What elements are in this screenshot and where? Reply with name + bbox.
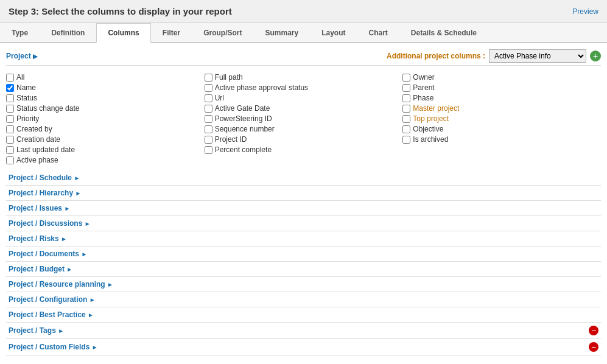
section-row-resource_planning[interactable]: Project / Resource planning ► [6, 277, 601, 292]
section-row-tags[interactable]: Project / Tags ►− [6, 323, 601, 339]
section-title-resource_planning: Project / Resource planning ► [9, 280, 113, 289]
section-row-hierarchy[interactable]: Project / Hierarchy ► [6, 186, 601, 201]
section-row-documents[interactable]: Project / Documents ► [6, 247, 601, 262]
section-row-issues[interactable]: Project / Issues ► [6, 201, 601, 216]
tab-chart[interactable]: Chart [357, 23, 399, 43]
main-section-header: Project ▶ Additional project columns : A… [6, 47, 601, 66]
tabs-bar: TypeDefinitionColumnsFilterGroup/SortSum… [0, 23, 607, 43]
checkbox-parent[interactable] [402, 84, 410, 92]
checkbox-phase[interactable] [402, 94, 410, 102]
label-master_project[interactable]: Master project [413, 104, 459, 113]
column-group-3: OwnerParentPhaseMaster projectTop projec… [402, 73, 601, 164]
label-status[interactable]: Status [16, 94, 37, 102]
checkbox-row-sequence_number: Sequence number [205, 125, 403, 133]
checkbox-row-all: All [6, 73, 205, 82]
label-all[interactable]: All [16, 73, 24, 82]
add-column-button[interactable]: + [590, 51, 601, 61]
checkbox-row-active_phase_approval_status: Active phase approval status [205, 83, 403, 92]
label-full_path[interactable]: Full path [215, 73, 243, 82]
checkbox-active_phase[interactable] [6, 156, 14, 164]
label-sequence_number[interactable]: Sequence number [215, 125, 275, 133]
checkbox-project_id[interactable] [205, 136, 212, 144]
checkbox-powersteering_id[interactable] [205, 115, 212, 123]
section-row-custom_fields[interactable]: Project / Custom Fields ►− [6, 339, 601, 355]
checkbox-objective[interactable] [402, 125, 410, 133]
checkbox-row-parent: Parent [402, 83, 601, 92]
checkbox-active_gate_date[interactable] [205, 105, 212, 113]
checkbox-owner[interactable] [402, 74, 410, 82]
checkbox-created_by[interactable] [6, 125, 14, 133]
checkbox-row-created_by: Created by [6, 125, 205, 133]
checkbox-creation_date[interactable] [6, 136, 14, 144]
header-bar: Step 3: Select the columns to display in… [0, 0, 607, 23]
label-status_change_date[interactable]: Status change date [16, 104, 79, 113]
section-title-best_practice: Project / Best Practice ► [9, 310, 94, 319]
label-project_id[interactable]: Project ID [215, 135, 247, 144]
label-objective[interactable]: Objective [413, 125, 443, 133]
remove-btn-custom_fields[interactable]: − [589, 342, 598, 352]
tab-group_sort[interactable]: Group/Sort [192, 23, 253, 43]
label-name[interactable]: Name [16, 83, 36, 92]
tab-definition[interactable]: Definition [40, 23, 96, 43]
section-title-issues: Project / Issues ► [9, 204, 70, 212]
section-row-discussions[interactable]: Project / Discussions ► [6, 216, 601, 231]
tab-summary[interactable]: Summary [253, 23, 310, 43]
label-percent_complete[interactable]: Percent complete [215, 145, 272, 154]
checkbox-master_project[interactable] [402, 105, 410, 113]
checkbox-last_updated_date[interactable] [6, 146, 14, 154]
checkbox-active_phase_approval_status[interactable] [205, 84, 212, 92]
section-row-risks[interactable]: Project / Risks ► [6, 231, 601, 247]
tab-type[interactable]: Type [0, 23, 40, 43]
checkbox-row-creation_date: Creation date [6, 135, 205, 144]
checkbox-priority[interactable] [6, 115, 14, 123]
label-is_archived[interactable]: Is archived [413, 135, 448, 144]
section-row-best_practice[interactable]: Project / Best Practice ► [6, 307, 601, 323]
additional-columns-control: Additional project columns : Active Phas… [387, 49, 601, 63]
remove-btn-tags[interactable]: − [589, 326, 598, 335]
checkbox-row-objective: Objective [402, 125, 601, 133]
preview-link[interactable]: Preview [572, 7, 598, 16]
checkbox-status_change_date[interactable] [6, 105, 14, 113]
checkbox-status[interactable] [6, 94, 14, 102]
checkbox-percent_complete[interactable] [205, 146, 212, 154]
checkbox-row-owner: Owner [402, 73, 601, 82]
checkbox-row-last_updated_date: Last updated date [6, 145, 205, 154]
checkbox-is_archived[interactable] [402, 136, 410, 144]
label-priority[interactable]: Priority [16, 114, 39, 123]
section-title-custom_fields: Project / Custom Fields ► [9, 343, 98, 351]
tab-layout[interactable]: Layout [310, 23, 357, 43]
checkbox-top_project[interactable] [402, 115, 410, 123]
label-parent[interactable]: Parent [413, 83, 434, 92]
section-row-configuration[interactable]: Project / Configuration ► [6, 292, 601, 307]
label-last_updated_date[interactable]: Last updated date [16, 145, 75, 154]
label-url[interactable]: Url [215, 94, 224, 102]
label-active_gate_date[interactable]: Active Gate Date [215, 104, 270, 113]
label-creation_date[interactable]: Creation date [16, 135, 60, 144]
section-title-budget: Project / Budget ► [9, 265, 72, 273]
checkbox-url[interactable] [205, 94, 212, 102]
checkbox-sequence_number[interactable] [205, 125, 212, 133]
section-arrow-icon: ▶ [33, 53, 38, 60]
section-title-risks: Project / Risks ► [9, 234, 67, 243]
checkbox-all[interactable] [6, 74, 14, 82]
additional-columns-select[interactable]: Active Phase infoNone [489, 49, 586, 63]
tab-details_schedule[interactable]: Details & Schedule [399, 23, 488, 43]
checkbox-row-full_path: Full path [205, 73, 403, 82]
section-row-schedule[interactable]: Project / Schedule ► [6, 170, 601, 186]
checkbox-full_path[interactable] [205, 74, 212, 82]
label-phase[interactable]: Phase [413, 94, 433, 102]
label-powersteering_id[interactable]: PowerSteering ID [215, 114, 272, 123]
label-owner[interactable]: Owner [413, 73, 434, 82]
checkbox-name[interactable] [6, 84, 14, 92]
section-row-budget[interactable]: Project / Budget ► [6, 262, 601, 277]
label-top_project[interactable]: Top project [413, 114, 449, 123]
label-active_phase[interactable]: Active phase [16, 156, 58, 164]
label-active_phase_approval_status[interactable]: Active phase approval status [215, 83, 308, 92]
checkbox-row-url: Url [205, 94, 403, 102]
column-group-2: Full pathActive phase approval statusUrl… [205, 73, 403, 164]
main-section-title[interactable]: Project ▶ [6, 52, 38, 60]
tab-filter[interactable]: Filter [151, 23, 192, 43]
section-title-hierarchy: Project / Hierarchy ► [9, 189, 81, 197]
label-created_by[interactable]: Created by [16, 125, 52, 133]
tab-columns[interactable]: Columns [96, 23, 150, 43]
